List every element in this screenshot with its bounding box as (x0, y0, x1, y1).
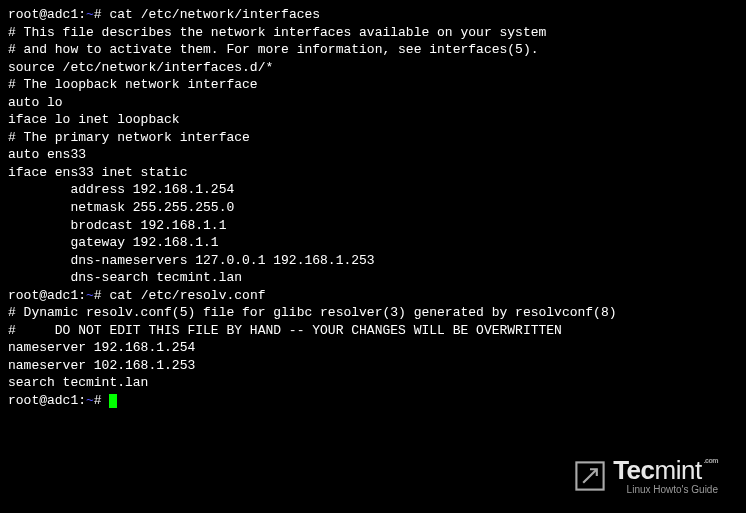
terminal-cursor (109, 394, 117, 408)
file-output-line: iface ens33 inet static (8, 164, 738, 182)
file-output-line: # and how to activate them. For more inf… (8, 41, 738, 59)
watermark-tagline: Linux Howto's Guide (613, 485, 718, 495)
prompt-path: ~ (86, 288, 94, 303)
file-output-line: source /etc/network/interfaces.d/* (8, 59, 738, 77)
file-output-line: # DO NOT EDIT THIS FILE BY HAND -- YOUR … (8, 322, 738, 340)
prompt-path: ~ (86, 393, 94, 408)
tecmint-logo-icon (573, 459, 607, 493)
file-output-line: auto lo (8, 94, 738, 112)
prompt-colon: : (78, 7, 86, 22)
brand-mint: mint (655, 455, 702, 485)
prompt-hash: # (94, 393, 110, 408)
file-output-line: netmask 255.255.255.0 (8, 199, 738, 217)
brand-dotcom: .com (704, 457, 718, 464)
file-output-line: nameserver 192.168.1.254 (8, 339, 738, 357)
prompt-user-host: root@adc1 (8, 393, 78, 408)
prompt-path: ~ (86, 7, 94, 22)
prompt-user-host: root@adc1 (8, 288, 78, 303)
file-output-line: gateway 192.168.1.1 (8, 234, 738, 252)
watermark-brand: Tecmint.com (613, 457, 718, 483)
file-output-line: dns-search tecmint.lan (8, 269, 738, 287)
file-output-line: search tecmint.lan (8, 374, 738, 392)
prompt-colon: : (78, 288, 86, 303)
prompt-hash: # (94, 7, 110, 22)
prompt-hash: # (94, 288, 110, 303)
file-output-line: dns-nameservers 127.0.0.1 192.168.1.253 (8, 252, 738, 270)
tecmint-watermark: Tecmint.com Linux Howto's Guide (573, 457, 718, 495)
command-text: cat /etc/network/interfaces (109, 7, 320, 22)
command-text: cat /etc/resolv.conf (109, 288, 265, 303)
file-output-line: # The primary network interface (8, 129, 738, 147)
prompt-line-2: root@adc1:~# cat /etc/resolv.conf (8, 287, 738, 305)
brand-tec: Tec (613, 455, 654, 485)
file-output-line: # The loopback network interface (8, 76, 738, 94)
file-output-line: # This file describes the network interf… (8, 24, 738, 42)
terminal-output: root@adc1:~# cat /etc/network/interfaces… (8, 6, 738, 410)
prompt-user-host: root@adc1 (8, 7, 78, 22)
file-output-line: auto ens33 (8, 146, 738, 164)
watermark-text-block: Tecmint.com Linux Howto's Guide (613, 457, 718, 495)
file-output-line: brodcast 192.168.1.1 (8, 217, 738, 235)
file-output-line: address 192.168.1.254 (8, 181, 738, 199)
prompt-colon: : (78, 393, 86, 408)
prompt-line-1: root@adc1:~# cat /etc/network/interfaces (8, 6, 738, 24)
file-output-line: # Dynamic resolv.conf(5) file for glibc … (8, 304, 738, 322)
file-output-line: iface lo inet loopback (8, 111, 738, 129)
file-output-line: nameserver 102.168.1.253 (8, 357, 738, 375)
prompt-line-3[interactable]: root@adc1:~# (8, 392, 738, 410)
